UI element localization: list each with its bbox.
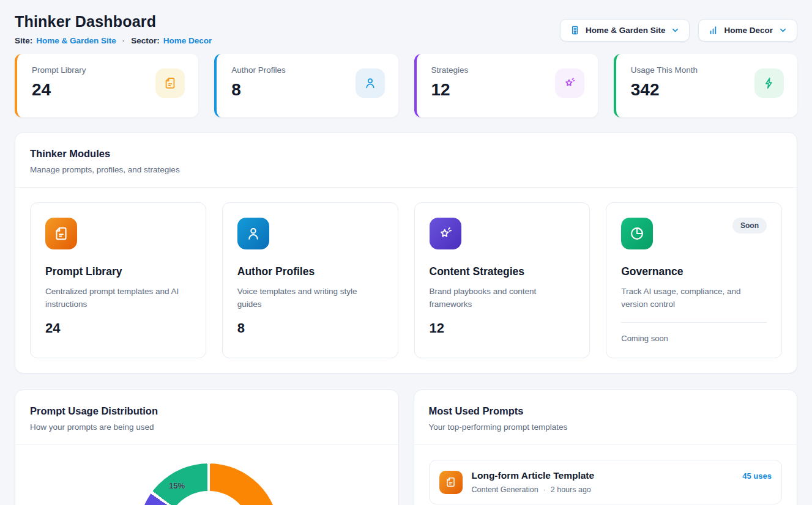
stat-card-strategies: Strategies 12 bbox=[414, 54, 598, 117]
prompts-panel-title: Most Used Prompts bbox=[429, 405, 783, 417]
module-card-governance[interactable]: Soon Governance Track AI usage, complian… bbox=[606, 202, 782, 358]
usage-panel-header: Prompt Usage Distribution How your promp… bbox=[15, 390, 398, 445]
prompt-title: Long-form Article Template bbox=[472, 470, 595, 481]
building-icon bbox=[570, 25, 580, 35]
bar-chart-icon bbox=[708, 25, 718, 35]
usage-donut-chart bbox=[138, 463, 279, 505]
coming-soon-text: Coming soon bbox=[621, 334, 767, 343]
module-divider: Coming soon bbox=[621, 322, 767, 343]
module-title: Content Strategies bbox=[430, 265, 575, 278]
document-icon bbox=[439, 471, 463, 494]
breadcrumb: Site: Home & Garden Site · Sector: Home … bbox=[15, 36, 212, 45]
stat-label: Usage This Month bbox=[631, 65, 698, 75]
site-selector-label: Home & Garden Site bbox=[586, 26, 666, 35]
stat-card-usage: Usage This Month 342 bbox=[614, 54, 797, 117]
pie-chart-icon bbox=[621, 218, 653, 249]
breadcrumb-separator: · bbox=[122, 36, 125, 45]
module-description: Brand playbooks and content frameworks bbox=[430, 286, 575, 311]
prompt-meta: Content Generation · 2 hours ago bbox=[472, 485, 595, 494]
site-label: Site: bbox=[15, 36, 32, 45]
sector-link[interactable]: Home Decor bbox=[163, 36, 212, 45]
prompt-uses-badge: 45 uses bbox=[742, 471, 772, 481]
chevron-down-icon bbox=[671, 26, 680, 35]
zap-icon bbox=[754, 68, 784, 98]
prompt-category: Content Generation bbox=[472, 485, 538, 494]
module-description: Voice templates and writing style guides bbox=[237, 286, 383, 311]
module-description: Track AI usage, compliance, and version … bbox=[621, 286, 767, 311]
meta-separator: · bbox=[543, 485, 546, 494]
sparkle-star-icon bbox=[555, 68, 584, 98]
modules-panel-title: Thinker Modules bbox=[30, 148, 782, 160]
stat-card-prompt-library: Prompt Library 24 bbox=[15, 54, 198, 117]
prompts-list: Long-form Article Template Content Gener… bbox=[414, 445, 797, 505]
sparkle-star-icon bbox=[430, 218, 461, 249]
module-count: 12 bbox=[430, 320, 575, 336]
topbar: Thinker Dashboard Site: Home & Garden Si… bbox=[15, 0, 797, 45]
user-icon bbox=[237, 218, 269, 249]
module-card-content-strategies[interactable]: Content Strategies Brand playbooks and c… bbox=[414, 202, 590, 358]
most-used-prompts-panel: Most Used Prompts Your top-performing pr… bbox=[414, 389, 798, 505]
module-description: Centralized prompt templates and AI inst… bbox=[45, 286, 191, 311]
thinker-modules-panel: Thinker Modules Manage prompts, profiles… bbox=[15, 132, 797, 374]
prompts-panel-header: Most Used Prompts Your top-performing pr… bbox=[414, 390, 797, 445]
modules-grid: Prompt Library Centralized prompt templa… bbox=[15, 188, 797, 373]
module-title: Prompt Library bbox=[45, 265, 191, 278]
site-link[interactable]: Home & Garden Site bbox=[36, 36, 116, 45]
sector-selector-label: Home Decor bbox=[724, 26, 773, 35]
prompts-panel-subtitle: Your top-performing prompt templates bbox=[429, 422, 783, 432]
usage-chart-area: 15% bbox=[15, 445, 398, 505]
stat-value: 12 bbox=[431, 80, 469, 100]
stats-row: Prompt Library 24 Author Profiles 8 Stra… bbox=[15, 54, 797, 117]
chevron-down-icon bbox=[778, 26, 788, 35]
stat-card-author-profiles: Author Profiles 8 bbox=[214, 54, 398, 117]
modules-panel-header: Thinker Modules Manage prompts, profiles… bbox=[15, 133, 797, 188]
prompt-time: 2 hours ago bbox=[551, 485, 591, 494]
stat-value: 8 bbox=[231, 80, 286, 100]
header-actions: Home & Garden Site Home Decor bbox=[560, 19, 797, 42]
user-icon bbox=[356, 68, 385, 98]
document-icon bbox=[45, 218, 77, 249]
stat-label: Author Profiles bbox=[231, 65, 286, 75]
module-title: Author Profiles bbox=[237, 265, 383, 278]
module-count: 8 bbox=[237, 320, 383, 336]
usage-panel-subtitle: How your prompts are being used bbox=[30, 422, 384, 432]
module-card-author-profiles[interactable]: Author Profiles Voice templates and writ… bbox=[222, 202, 398, 358]
prompt-usage-panel: Prompt Usage Distribution How your promp… bbox=[15, 389, 399, 505]
bottom-row: Prompt Usage Distribution How your promp… bbox=[15, 389, 797, 505]
dashboard-page: Thinker Dashboard Site: Home & Garden Si… bbox=[0, 0, 812, 505]
stat-value: 24 bbox=[32, 80, 86, 100]
usage-panel-title: Prompt Usage Distribution bbox=[30, 405, 384, 417]
modules-panel-subtitle: Manage prompts, profiles, and strategies bbox=[30, 165, 782, 174]
soon-badge: Soon bbox=[732, 218, 767, 234]
page-title: Thinker Dashboard bbox=[15, 13, 212, 31]
stat-label: Strategies bbox=[431, 65, 469, 75]
document-icon bbox=[155, 68, 185, 98]
module-card-prompt-library[interactable]: Prompt Library Centralized prompt templa… bbox=[30, 202, 206, 358]
site-selector-dropdown[interactable]: Home & Garden Site bbox=[560, 19, 690, 42]
prompt-list-item[interactable]: Long-form Article Template Content Gener… bbox=[429, 460, 783, 504]
header-left: Thinker Dashboard Site: Home & Garden Si… bbox=[15, 13, 212, 45]
stat-value: 342 bbox=[631, 80, 698, 100]
prompt-text: Long-form Article Template Content Gener… bbox=[472, 470, 595, 494]
sector-selector-dropdown[interactable]: Home Decor bbox=[698, 19, 797, 42]
sector-label: Sector: bbox=[131, 36, 160, 45]
module-title: Governance bbox=[621, 265, 767, 278]
stat-label: Prompt Library bbox=[32, 65, 86, 75]
module-count: 24 bbox=[45, 320, 191, 336]
donut-slice-label: 15% bbox=[169, 481, 185, 490]
